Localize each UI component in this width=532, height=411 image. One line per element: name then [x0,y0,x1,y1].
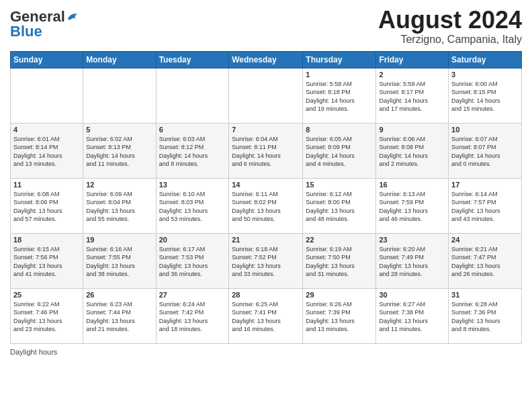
calendar-cell: 16Sunrise: 6:13 AM Sunset: 7:59 PM Dayli… [376,178,449,233]
calendar-cell: 31Sunrise: 6:28 AM Sunset: 7:36 PM Dayli… [449,288,522,343]
day-info: Sunrise: 6:11 AM Sunset: 8:02 PM Dayligh… [232,190,300,224]
day-info: Sunrise: 6:14 AM Sunset: 7:57 PM Dayligh… [451,190,519,224]
day-info: Sunrise: 6:05 AM Sunset: 8:09 PM Dayligh… [306,135,373,169]
day-info: Sunrise: 6:24 AM Sunset: 7:42 PM Dayligh… [159,300,226,334]
calendar-cell: 20Sunrise: 6:17 AM Sunset: 7:53 PM Dayli… [156,233,229,288]
day-info: Sunrise: 5:58 AM Sunset: 8:18 PM Dayligh… [306,80,373,113]
calendar-cell: 28Sunrise: 6:25 AM Sunset: 7:41 PM Dayli… [229,288,303,343]
day-info: Sunrise: 6:07 AM Sunset: 8:07 PM Dayligh… [451,135,519,169]
day-number: 19 [86,236,152,244]
day-info: Sunrise: 6:04 AM Sunset: 8:11 PM Dayligh… [232,135,300,169]
calendar-cell: 10Sunrise: 6:07 AM Sunset: 8:07 PM Dayli… [449,123,522,178]
day-info: Sunrise: 6:06 AM Sunset: 8:08 PM Dayligh… [379,135,445,169]
day-info: Sunrise: 6:16 AM Sunset: 7:55 PM Dayligh… [86,245,152,279]
calendar-cell [11,68,83,123]
calendar-cell [83,68,156,123]
calendar-cell: 26Sunrise: 6:23 AM Sunset: 7:44 PM Dayli… [83,288,156,343]
calendar-cell: 11Sunrise: 6:08 AM Sunset: 8:06 PM Dayli… [11,178,83,233]
calendar-cell: 12Sunrise: 6:09 AM Sunset: 8:04 PM Dayli… [83,178,156,233]
day-info: Sunrise: 6:15 AM Sunset: 7:56 PM Dayligh… [13,245,80,279]
calendar-day-header: Saturday [449,51,522,68]
day-info: Sunrise: 6:01 AM Sunset: 8:14 PM Dayligh… [13,135,80,169]
calendar-day-header: Thursday [303,51,376,68]
calendar-cell: 7Sunrise: 6:04 AM Sunset: 8:11 PM Daylig… [229,123,303,178]
location-subtitle: Terzigno, Campania, Italy [378,34,522,46]
day-info: Sunrise: 6:20 AM Sunset: 7:49 PM Dayligh… [379,245,445,279]
day-number: 27 [159,291,226,299]
day-number: 4 [13,126,80,134]
calendar-table: SundayMondayTuesdayWednesdayThursdayFrid… [10,51,522,344]
day-info: Sunrise: 6:10 AM Sunset: 8:03 PM Dayligh… [159,190,226,224]
day-info: Sunrise: 6:17 AM Sunset: 7:53 PM Dayligh… [159,245,226,279]
day-info: Sunrise: 6:03 AM Sunset: 8:12 PM Dayligh… [159,135,226,169]
page: General Blue August 2024 Terzigno, Campa… [0,0,532,411]
day-info: Sunrise: 6:21 AM Sunset: 7:47 PM Dayligh… [451,245,519,279]
daylight-hours-label: Daylight hours [10,348,57,356]
calendar-day-header: Friday [376,51,449,68]
calendar-cell: 13Sunrise: 6:10 AM Sunset: 8:03 PM Dayli… [156,178,229,233]
header: General Blue August 2024 Terzigno, Campa… [10,7,522,46]
day-number: 15 [306,181,373,189]
day-number: 2 [379,71,445,79]
day-number: 5 [86,126,152,134]
calendar-cell: 9Sunrise: 6:06 AM Sunset: 8:08 PM Daylig… [376,123,449,178]
calendar-cell: 21Sunrise: 6:18 AM Sunset: 7:52 PM Dayli… [229,233,303,288]
day-info: Sunrise: 6:19 AM Sunset: 7:50 PM Dayligh… [306,245,373,279]
day-info: Sunrise: 6:28 AM Sunset: 7:36 PM Dayligh… [451,300,519,334]
calendar-cell: 5Sunrise: 6:02 AM Sunset: 8:13 PM Daylig… [83,123,156,178]
day-info: Sunrise: 6:09 AM Sunset: 8:04 PM Dayligh… [86,190,152,224]
day-info: Sunrise: 6:22 AM Sunset: 7:46 PM Dayligh… [13,300,80,334]
day-number: 28 [232,291,300,299]
day-number: 17 [451,181,519,189]
day-info: Sunrise: 6:08 AM Sunset: 8:06 PM Dayligh… [13,190,80,224]
day-number: 26 [86,291,152,299]
day-info: Sunrise: 6:25 AM Sunset: 7:41 PM Dayligh… [232,300,300,334]
calendar-cell: 23Sunrise: 6:20 AM Sunset: 7:49 PM Dayli… [376,233,449,288]
day-info: Sunrise: 6:23 AM Sunset: 7:44 PM Dayligh… [86,300,152,334]
calendar-cell: 25Sunrise: 6:22 AM Sunset: 7:46 PM Dayli… [11,288,83,343]
calendar-cell: 24Sunrise: 6:21 AM Sunset: 7:47 PM Dayli… [449,233,522,288]
calendar-cell: 18Sunrise: 6:15 AM Sunset: 7:56 PM Dayli… [11,233,83,288]
calendar-cell: 3Sunrise: 6:00 AM Sunset: 8:15 PM Daylig… [449,68,522,123]
day-number: 30 [379,291,445,299]
calendar-cell: 2Sunrise: 5:59 AM Sunset: 8:17 PM Daylig… [376,68,449,123]
day-number: 22 [306,236,373,244]
day-number: 25 [13,291,80,299]
calendar-cell [229,68,303,123]
day-info: Sunrise: 6:27 AM Sunset: 7:38 PM Dayligh… [379,300,445,334]
calendar-week-row: 4Sunrise: 6:01 AM Sunset: 8:14 PM Daylig… [11,123,522,178]
day-number: 20 [159,236,226,244]
day-number: 10 [451,126,519,134]
logo-blue-text: Blue [10,23,42,40]
calendar-week-row: 1Sunrise: 5:58 AM Sunset: 8:18 PM Daylig… [11,68,522,123]
day-number: 7 [232,126,300,134]
day-info: Sunrise: 6:26 AM Sunset: 7:39 PM Dayligh… [306,300,373,334]
calendar-cell: 6Sunrise: 6:03 AM Sunset: 8:12 PM Daylig… [156,123,229,178]
calendar-cell: 14Sunrise: 6:11 AM Sunset: 8:02 PM Dayli… [229,178,303,233]
calendar-day-header: Wednesday [229,51,303,68]
logo: General Blue [10,9,79,39]
day-info: Sunrise: 6:12 AM Sunset: 8:00 PM Dayligh… [306,190,373,224]
calendar-week-row: 25Sunrise: 6:22 AM Sunset: 7:46 PM Dayli… [11,288,522,343]
calendar-week-row: 18Sunrise: 6:15 AM Sunset: 7:56 PM Dayli… [11,233,522,288]
calendar-cell: 17Sunrise: 6:14 AM Sunset: 7:57 PM Dayli… [449,178,522,233]
calendar-day-header: Sunday [11,51,83,68]
title-block: August 2024 Terzigno, Campania, Italy [378,7,522,46]
day-number: 6 [159,126,226,134]
day-number: 24 [451,236,519,244]
calendar-cell: 1Sunrise: 5:58 AM Sunset: 8:18 PM Daylig… [303,68,376,123]
day-number: 23 [379,236,445,244]
day-number: 11 [13,181,80,189]
day-number: 18 [13,236,80,244]
calendar-cell: 22Sunrise: 6:19 AM Sunset: 7:50 PM Dayli… [303,233,376,288]
day-number: 21 [232,236,300,244]
day-number: 29 [306,291,373,299]
day-info: Sunrise: 6:18 AM Sunset: 7:52 PM Dayligh… [232,245,300,279]
calendar-header-row: SundayMondayTuesdayWednesdayThursdayFrid… [11,51,522,68]
logo-general-text: General [10,9,65,24]
day-number: 16 [379,181,445,189]
calendar-day-header: Monday [83,51,156,68]
day-number: 12 [86,181,152,189]
month-year-title: August 2024 [378,7,522,34]
day-number: 31 [451,291,519,299]
